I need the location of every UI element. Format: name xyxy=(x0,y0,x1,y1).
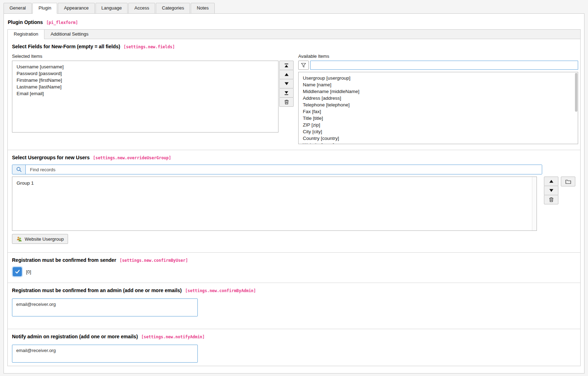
find-records-bar xyxy=(12,165,542,174)
remove-selected-button[interactable] xyxy=(279,97,294,107)
registration-sheet: Select Fields for New-Form (empty = all … xyxy=(7,39,581,366)
available-item-option[interactable]: Country [country] xyxy=(303,135,578,142)
section-confirm-by-user: Registration must be confirmed from send… xyxy=(8,252,580,283)
available-item-option[interactable]: Name [name] xyxy=(303,81,578,88)
usergroups-heading: Select Usergroups for new Users [setting… xyxy=(12,155,578,160)
move-up-button[interactable] xyxy=(279,70,294,79)
confirm-by-user-heading: Registration must be confirmed from send… xyxy=(12,257,576,263)
plugin-options-label: Plugin Options xyxy=(8,19,43,25)
browse-records-button[interactable] xyxy=(561,177,575,186)
tab-appearance[interactable]: Appearance xyxy=(58,3,94,14)
folder-icon xyxy=(565,179,571,184)
confirm-by-user-checkbox-label: [0] xyxy=(26,269,31,275)
selected-items-list[interactable]: Username [username]Password [password]Fi… xyxy=(12,61,278,132)
selected-item-option[interactable]: Lastname [lastName] xyxy=(17,84,278,90)
tab-language[interactable]: Language xyxy=(96,3,128,14)
confirm-by-admin-code: [settings.new.confirmByAdmin] xyxy=(185,288,256,293)
available-item-option[interactable]: Title [title] xyxy=(303,115,578,122)
search-icon xyxy=(16,167,22,172)
move-to-top-button[interactable] xyxy=(279,61,294,70)
group-remove-button[interactable] xyxy=(544,195,558,204)
available-item-option[interactable]: Website [www] xyxy=(303,142,578,144)
move-to-bottom-button[interactable] xyxy=(279,88,294,98)
tab-notes[interactable]: Notes xyxy=(191,3,215,14)
move-down-button[interactable] xyxy=(279,79,294,88)
available-items-label: Available Items xyxy=(298,54,578,61)
usergroup-option[interactable]: Group 1 xyxy=(17,180,537,186)
selected-item-option[interactable]: Firstname [firstName] xyxy=(17,77,278,84)
select-fields-code: [settings.new.fields] xyxy=(124,44,175,49)
checkmark-icon xyxy=(15,269,20,274)
arrow-down-icon xyxy=(549,189,553,192)
available-items-filter-input[interactable] xyxy=(310,61,578,70)
usergroup-items: Group 1 xyxy=(12,177,537,186)
tab-access[interactable]: Access xyxy=(128,3,155,14)
confirm-by-admin-heading-text: Registration must be confirmed from an a… xyxy=(12,288,182,293)
tab-categories[interactable]: Categories xyxy=(156,3,190,14)
available-item-option[interactable]: Fax [fax] xyxy=(303,108,578,115)
form-engine-page: General Plugin Appearance Language Acces… xyxy=(0,0,588,374)
section-confirm-by-admin: Registration must be confirmed from an a… xyxy=(8,283,580,329)
tab-registration[interactable]: Registration xyxy=(8,30,44,39)
notify-admin-heading: Notify admin on registration (add one or… xyxy=(12,334,576,339)
confirm-by-user-checkbox[interactable] xyxy=(13,267,22,276)
record-browser-column xyxy=(561,177,575,186)
filter-toggle-button[interactable] xyxy=(298,61,309,70)
selected-items-label: Selected Items xyxy=(12,54,278,61)
notify-admin-heading-text: Notify admin on registration (add one or… xyxy=(12,334,138,339)
funnel-icon xyxy=(301,63,306,68)
usergroups-code: [settings.new.overrideUserGroup] xyxy=(93,155,171,160)
arrow-up-icon xyxy=(284,73,289,76)
plugin-options-code: [pi_flexform] xyxy=(46,20,78,25)
usergroup-icon xyxy=(16,236,22,242)
plugin-tab-panel: Plugin Options [pi_flexform] Registratio… xyxy=(4,13,584,374)
plugin-options-title: Plugin Options [pi_flexform] xyxy=(8,19,581,26)
find-records-input[interactable] xyxy=(26,165,542,174)
group-move-down-button[interactable] xyxy=(544,186,558,195)
usergroups-heading-text: Select Usergroups for new Users xyxy=(12,155,90,160)
usergroups-scrollbar-track[interactable] xyxy=(532,177,537,230)
website-usergroup-label: Website Usergroup xyxy=(25,236,64,242)
usergroups-list[interactable]: Group 1 xyxy=(12,177,537,231)
available-items: Usergroup [usergroup]Name [name]Middlena… xyxy=(299,72,578,144)
available-item-option[interactable]: Middlename [middleName] xyxy=(303,88,578,95)
section-select-fields: Select Fields for New-Form (empty = all … xyxy=(8,39,580,150)
website-usergroup-button[interactable]: Website Usergroup xyxy=(12,234,68,244)
arrow-up-icon xyxy=(549,180,553,183)
usergroups-controls xyxy=(544,177,558,204)
flexform-tab-bar: Registration Additional Settings xyxy=(7,29,581,39)
available-items-column: Available Items Usergroup [usergroup]Nam… xyxy=(298,54,578,144)
selected-item-option[interactable]: Password [password] xyxy=(17,70,278,77)
arrow-to-top-icon xyxy=(284,63,289,68)
trash-icon xyxy=(549,197,554,202)
notify-admin-email-input[interactable]: email@receiver.org xyxy=(12,345,198,363)
select-fields-heading: Select Fields for New-Form (empty = all … xyxy=(12,44,578,49)
section-usergroups: Select Usergroups for new Users [setting… xyxy=(8,150,580,252)
tab-additional-settings[interactable]: Additional Settings xyxy=(44,30,94,39)
search-icon-cell xyxy=(12,165,26,174)
selected-items-controls xyxy=(279,61,294,107)
trash-icon xyxy=(284,99,289,105)
confirm-by-admin-heading: Registration must be confirmed from an a… xyxy=(12,288,576,293)
available-item-option[interactable]: Usergroup [usergroup] xyxy=(303,75,578,81)
group-move-up-button[interactable] xyxy=(544,177,558,186)
selected-item-option[interactable]: Email [email] xyxy=(17,90,278,97)
section-notify-admin: Notify admin on registration (add one or… xyxy=(8,329,580,366)
confirm-by-user-code: [settings.new.confirmByUser] xyxy=(120,258,188,263)
confirm-by-admin-email-input[interactable]: email@receiver.org xyxy=(12,298,198,316)
select-fields-heading-text: Select Fields for New-Form (empty = all … xyxy=(12,44,120,49)
available-items-list[interactable]: Usergroup [usergroup]Name [name]Middlena… xyxy=(298,72,578,144)
available-items-filter-row xyxy=(298,61,578,70)
tab-general[interactable]: General xyxy=(4,3,32,14)
arrow-to-bottom-icon xyxy=(284,91,289,95)
available-item-option[interactable]: Telephone [telephone] xyxy=(303,101,578,108)
arrow-down-icon xyxy=(284,82,289,85)
available-item-option[interactable]: ZIP [zip] xyxy=(303,122,578,128)
notify-admin-code: [settings.new.notifyAdmin] xyxy=(141,334,205,339)
available-items-scrollbar-thumb[interactable] xyxy=(575,73,577,112)
record-tab-bar: General Plugin Appearance Language Acces… xyxy=(4,3,584,13)
available-item-option[interactable]: Address [address] xyxy=(303,95,578,101)
selected-item-option[interactable]: Username [username] xyxy=(17,63,278,70)
tab-plugin[interactable]: Plugin xyxy=(32,3,57,14)
available-item-option[interactable]: City [city] xyxy=(303,128,578,135)
